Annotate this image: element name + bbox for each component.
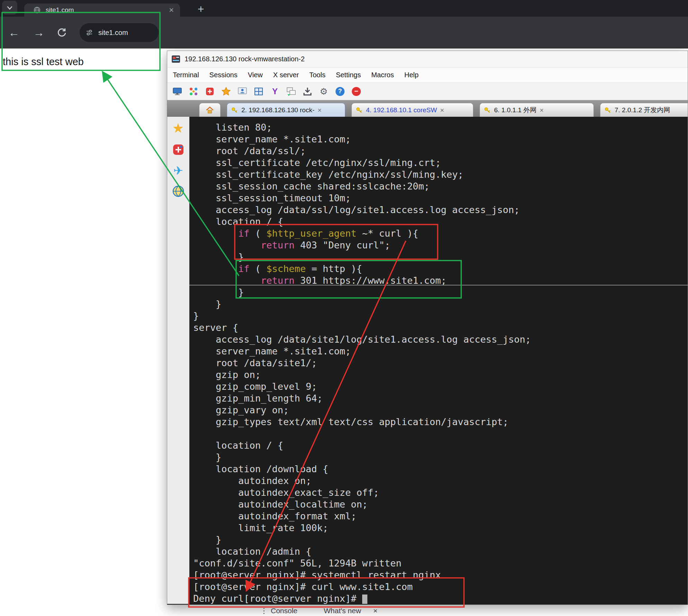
menu-item-x-server[interactable]: X server: [273, 71, 299, 79]
terminal-line: listen 80;: [193, 122, 688, 133]
help-icon: ?: [336, 87, 345, 96]
tools-button[interactable]: [204, 86, 216, 97]
key-icon: [231, 107, 238, 114]
menu-item-view[interactable]: View: [248, 71, 263, 79]
session-tab-label: 6. 1.0.1.1 外网: [494, 106, 537, 115]
terminal-line: ssl_session_timeout 10m;: [193, 192, 688, 204]
terminal-line: }: [193, 287, 688, 298]
tab-close-icon[interactable]: ×: [168, 6, 175, 14]
console-label[interactable]: Console: [271, 607, 297, 615]
terminal-menubar: Terminal Sessions View X server Tools Se…: [167, 68, 688, 83]
menu-item-macros[interactable]: Macros: [371, 71, 394, 79]
terminal-line: root /data/ssl/;: [193, 145, 688, 157]
terminal-window: 192.168.126.130 rock-vmwarestation-2 Ter…: [167, 51, 688, 605]
terminal-line: }: [193, 298, 688, 310]
terminal-line: [root@server nginx]# curl www.site1.com: [193, 581, 688, 593]
terminal-line: if ( $scheme = http ){: [193, 263, 688, 275]
terminal-line: location / {: [193, 440, 688, 451]
whats-new-label[interactable]: What's new: [324, 607, 361, 615]
terminal-line: Deny curl[root@server nginx]#: [193, 593, 688, 604]
session-tab-7[interactable]: 7. 2.0.1.2 开发内网: [600, 103, 688, 117]
menu-item-settings[interactable]: Settings: [336, 71, 361, 79]
browser-toolbar: ← → site1.com: [0, 17, 688, 49]
session-tab-6[interactable]: 6. 1.0.1.1 外网 ×: [480, 103, 594, 117]
multi-window-icon: [286, 86, 296, 97]
url-bar[interactable]: site1.com: [80, 23, 159, 42]
terminal-line: ssl_session_cache shared:sslcache:20m;: [193, 181, 688, 192]
swiss-knife-icon: [205, 87, 215, 96]
favorites-star-icon[interactable]: ★: [172, 122, 184, 135]
session-tab-2[interactable]: 2. 192.168.126.130 rock- ×: [227, 103, 345, 117]
more-icon[interactable]: ⋮: [260, 607, 268, 615]
terminal-sidebar: ★ ✈: [167, 117, 189, 604]
globe-favicon-icon: [33, 6, 41, 14]
split-view-button[interactable]: [253, 86, 265, 97]
screen: site1.com × + ← → site1.com this is ssl …: [0, 0, 688, 616]
menu-item-help[interactable]: Help: [404, 71, 419, 79]
reload-button[interactable]: [56, 27, 67, 38]
home-tab[interactable]: [199, 103, 221, 117]
x-server-button[interactable]: Y: [269, 86, 281, 97]
devtools-strip: ⋮ Console What's new ×: [0, 605, 688, 616]
session-tab-4[interactable]: 4. 192.168.10.1 coreSW ×: [351, 103, 473, 117]
terminal-text[interactable]: listen 80; server_name *.site1.com; root…: [189, 117, 688, 604]
close-icon[interactable]: ×: [373, 607, 377, 615]
session-tab-label: 4. 192.168.10.1 coreSW: [366, 106, 437, 114]
home-icon: [205, 106, 214, 115]
terminal-line: gzip_types text/xml text/css application…: [193, 416, 688, 428]
tune-icon: [85, 28, 93, 37]
help-button[interactable]: ?: [334, 86, 346, 97]
terminal-tabbar: 2. 192.168.126.130 rock- × 4. 192.168.10…: [167, 100, 688, 117]
terminal-line: return 403 "Deny curl";: [193, 239, 688, 251]
back-button[interactable]: ←: [8, 26, 19, 39]
key-icon: [605, 107, 611, 114]
terminal-line: }: [193, 251, 688, 263]
packages-button[interactable]: [302, 86, 313, 97]
session-button[interactable]: [171, 86, 183, 97]
browser-tab-title: site1.com: [46, 6, 168, 14]
terminal-line: server_name *.site1.com;: [193, 133, 688, 145]
multi-exec-button[interactable]: [285, 86, 297, 97]
tab-close-icon[interactable]: ×: [540, 107, 544, 114]
settings-gear-button[interactable]: ⚙: [318, 86, 330, 97]
terminal-line: [193, 428, 688, 440]
terminal-line: location /admin {: [193, 546, 688, 557]
menu-item-terminal[interactable]: Terminal: [173, 71, 199, 79]
menu-item-tools[interactable]: Tools: [309, 71, 325, 79]
terminal-line: ssl_certificate_key /etc/nginx/ssl/ming.…: [193, 169, 688, 181]
user-screen-icon: [237, 86, 248, 97]
terminal-line: autoindex_exact_size off;: [193, 487, 688, 499]
games-button[interactable]: [220, 86, 232, 97]
terminal-titlebar: 192.168.126.130 rock-vmwarestation-2: [167, 51, 688, 68]
terminal-line: gzip_vary on;: [193, 404, 688, 416]
x-server-icon: Y: [272, 87, 278, 96]
terminal-line: "conf.d/site.conf" 56L, 1294B written: [193, 557, 688, 569]
sessions-manager-button[interactable]: [236, 86, 248, 97]
terminal-line: gzip on;: [193, 369, 688, 381]
terminal-line: autoindex_format xml;: [193, 510, 688, 522]
paper-plane-icon[interactable]: ✈: [173, 165, 183, 176]
browser-tab[interactable]: site1.com ×: [24, 3, 180, 17]
menu-item-sessions[interactable]: Sessions: [209, 71, 238, 79]
network-dots-icon: [188, 86, 199, 97]
tab-close-icon[interactable]: ×: [318, 107, 322, 114]
tab-search-button[interactable]: [2, 1, 17, 15]
terminal-line: server {: [193, 322, 688, 334]
exit-button[interactable]: −: [350, 86, 362, 97]
forward-button[interactable]: →: [33, 26, 44, 39]
key-icon: [484, 107, 491, 114]
terminal-line: server_name *.site1.com;: [193, 345, 688, 357]
terminal-title: 192.168.126.130 rock-vmwarestation-2: [185, 55, 305, 63]
browser-tabstrip: site1.com × +: [0, 0, 688, 17]
terminal-line: gzip_min_length 64;: [193, 393, 688, 404]
tab-close-icon[interactable]: ×: [440, 107, 444, 114]
servers-button[interactable]: [188, 86, 199, 97]
tools-knife-icon[interactable]: [172, 143, 185, 156]
url-text: site1.com: [98, 29, 128, 37]
terminal-line: gzip_comp_level 9;: [193, 381, 688, 393]
terminal-line: [root@server nginx]# systemctl restart n…: [193, 569, 688, 581]
new-tab-button[interactable]: +: [194, 2, 208, 16]
globe-icon[interactable]: [172, 185, 185, 198]
terminal-line: }: [193, 534, 688, 546]
monitor-icon: [172, 86, 182, 97]
